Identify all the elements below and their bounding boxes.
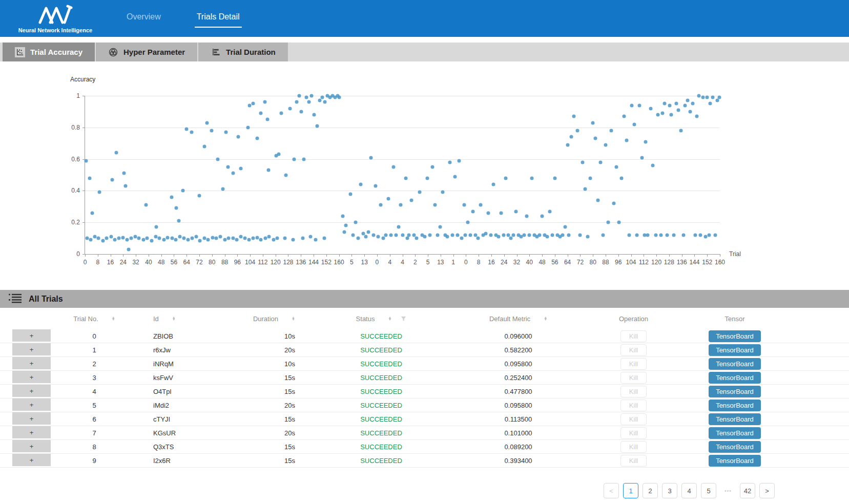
scatter-point: [276, 237, 279, 240]
scatter-point: [686, 99, 689, 102]
kill-button[interactable]: Kill: [620, 344, 647, 356]
x-tick-label: 8: [96, 259, 99, 266]
next-page-button[interactable]: >: [759, 483, 775, 498]
tensorboard-button[interactable]: TensorBoard: [709, 386, 761, 397]
scatter-point: [567, 233, 571, 237]
cell-tensor: TensorBoard: [684, 343, 786, 356]
sort-arrows-icon[interactable]: ▲▼: [112, 317, 115, 321]
cell-status: SUCCEEDED: [309, 440, 453, 453]
scatter-point: [101, 239, 105, 242]
tensorboard-button[interactable]: TensorBoard: [709, 330, 761, 342]
scatter-point: [202, 237, 206, 240]
scatter-point: [625, 138, 628, 142]
scatter-point: [85, 159, 88, 162]
page-button-4[interactable]: 4: [681, 483, 697, 498]
scatter-point: [259, 111, 263, 115]
scatter-point: [154, 225, 158, 229]
kill-button[interactable]: Kill: [620, 330, 647, 342]
cell-trial-id: O4Tpl: [138, 385, 222, 398]
x-tick-mark: [364, 254, 365, 257]
x-tick-mark: [237, 254, 238, 257]
sort-arrows-icon[interactable]: ▲▼: [172, 317, 176, 321]
scatter-point: [550, 233, 554, 237]
x-tick-mark: [225, 254, 225, 257]
scatter-point: [122, 172, 126, 175]
table-row: +8Q3xTS15sSUCCEEDED0.089200KillTensorBoa…: [0, 440, 849, 454]
nav-tab-overview[interactable]: Overview: [125, 9, 163, 28]
scatter-point: [190, 131, 194, 134]
tensorboard-button[interactable]: TensorBoard: [709, 358, 761, 370]
scatter-point: [509, 237, 513, 240]
nni-logo[interactable]: Neural Network Intelligence: [14, 4, 96, 33]
row-expander-button[interactable]: +: [12, 371, 51, 384]
scatter-point: [263, 237, 267, 240]
row-expander-button[interactable]: +: [12, 357, 51, 370]
scatter-point: [314, 238, 317, 242]
kill-button[interactable]: Kill: [620, 455, 647, 467]
tab-trial-accuracy[interactable]: Trial Accuracy: [3, 43, 95, 61]
kill-button[interactable]: Kill: [620, 400, 647, 411]
row-expander-button[interactable]: +: [12, 343, 51, 356]
scatter-point: [695, 115, 699, 118]
scatter-point: [243, 237, 247, 240]
kill-button[interactable]: Kill: [620, 372, 647, 384]
scatter-point: [561, 233, 564, 237]
tab-trial-duration[interactable]: Trial Duration: [198, 43, 288, 61]
column-header-status[interactable]: Status▲▼: [309, 315, 453, 323]
row-expander-button[interactable]: +: [12, 440, 51, 453]
tensorboard-button[interactable]: TensorBoard: [709, 413, 761, 425]
y-tick-label: 0.4: [71, 187, 80, 194]
x-tick-mark: [377, 254, 378, 257]
page-button-42[interactable]: 42: [740, 483, 755, 498]
row-expander-button[interactable]: +: [12, 385, 51, 398]
scatter-point: [255, 236, 259, 239]
sort-arrows-icon[interactable]: ▲▼: [292, 317, 295, 321]
cell-tensor: TensorBoard: [684, 357, 786, 370]
table-row: +0ZBIOB10sSUCCEEDED0.096000KillTensorBoa…: [0, 329, 849, 343]
kill-button[interactable]: Kill: [620, 413, 647, 425]
scatter-point: [348, 192, 352, 196]
tensorboard-button[interactable]: TensorBoard: [709, 427, 761, 439]
scatter-point: [127, 247, 131, 251]
scatter-point: [316, 124, 319, 128]
column-header-id[interactable]: Id▲▼: [138, 315, 222, 323]
scatter-point: [297, 94, 301, 98]
cell-status: SUCCEEDED: [309, 398, 453, 412]
scatter-point: [109, 235, 113, 239]
row-expander-button[interactable]: +: [12, 426, 51, 439]
row-expander-button[interactable]: +: [12, 329, 51, 343]
row-expander-button[interactable]: +: [12, 412, 51, 426]
filter-funnel-icon[interactable]: [401, 316, 406, 322]
row-expander-button[interactable]: +: [12, 398, 51, 412]
nav-tab-trials-detail[interactable]: Trials Detail: [195, 9, 242, 28]
scatter-point: [430, 165, 434, 169]
kill-button[interactable]: Kill: [620, 441, 647, 453]
scatter-point: [231, 237, 235, 240]
row-expander-button[interactable]: +: [12, 454, 51, 467]
column-header-default-metric[interactable]: Default Metric▲▼: [453, 315, 584, 323]
kill-button[interactable]: Kill: [620, 386, 647, 397]
kill-button[interactable]: Kill: [620, 358, 647, 370]
page-button-5[interactable]: 5: [701, 483, 716, 498]
kill-button[interactable]: Kill: [620, 427, 647, 439]
column-header-duration[interactable]: Duration▲▼: [222, 315, 309, 323]
page-button-3[interactable]: 3: [662, 483, 677, 498]
tensorboard-button[interactable]: TensorBoard: [709, 344, 761, 356]
sort-arrows-icon[interactable]: ▲▼: [388, 317, 391, 321]
all-trials-bar: All Trials: [0, 290, 849, 308]
x-tick-label: 80: [209, 259, 215, 266]
page-button-2[interactable]: 2: [643, 483, 658, 498]
column-header-trial-no-[interactable]: Trial No.▲▼: [51, 315, 138, 323]
sort-arrows-icon[interactable]: ▲▼: [544, 317, 547, 321]
tensorboard-button[interactable]: TensorBoard: [709, 441, 761, 453]
page-button-1[interactable]: 1: [623, 483, 638, 498]
tensorboard-button[interactable]: TensorBoard: [709, 372, 761, 384]
x-tick-mark: [504, 254, 505, 257]
x-tick-label: 128: [283, 259, 293, 266]
scatter-point: [178, 235, 181, 239]
scatter-point: [709, 102, 712, 106]
column-header-label: Operation: [619, 315, 648, 323]
tab-hyper-parameter[interactable]: Hyper Parameter: [96, 43, 197, 61]
tensorboard-button[interactable]: TensorBoard: [709, 400, 761, 411]
tensorboard-button[interactable]: TensorBoard: [709, 455, 761, 467]
